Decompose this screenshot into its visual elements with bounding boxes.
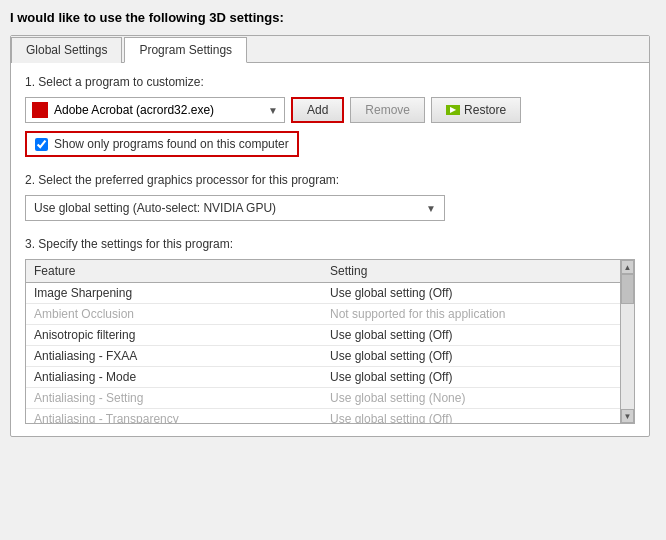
row-value: Use global setting (None) <box>330 391 626 405</box>
row-feature: Antialiasing - Setting <box>34 391 330 405</box>
remove-button[interactable]: Remove <box>350 97 425 123</box>
show-only-programs-row[interactable]: Show only programs found on this compute… <box>25 131 299 157</box>
add-button[interactable]: Add <box>291 97 344 123</box>
table-row[interactable]: Antialiasing - Transparency Use global s… <box>26 409 634 424</box>
header-feature: Feature <box>34 264 330 278</box>
table-row[interactable]: Antialiasing - Setting Use global settin… <box>26 388 634 409</box>
table-body: Image Sharpening Use global setting (Off… <box>26 283 634 424</box>
gpu-dropdown-arrow: ▼ <box>426 203 436 214</box>
row-value: Not supported for this application <box>330 307 626 321</box>
tab-global[interactable]: Global Settings <box>11 37 122 63</box>
settings-table: Feature Setting Image Sharpening Use glo… <box>25 259 635 424</box>
scrollbar-track[interactable] <box>621 274 634 409</box>
scrollbar[interactable]: ▲ ▼ <box>620 260 634 423</box>
restore-label: Restore <box>464 103 506 117</box>
program-dropdown-value: Adobe Acrobat (acrord32.exe) <box>54 103 264 117</box>
show-only-programs-checkbox[interactable] <box>35 138 48 151</box>
row-feature: Antialiasing - Transparency <box>34 412 330 424</box>
table-row[interactable]: Image Sharpening Use global setting (Off… <box>26 283 634 304</box>
show-only-programs-label: Show only programs found on this compute… <box>54 137 289 151</box>
table-row[interactable]: Antialiasing - FXAA Use global setting (… <box>26 346 634 367</box>
section2-label: 2. Select the preferred graphics process… <box>25 173 635 187</box>
gpu-section: 2. Select the preferred graphics process… <box>25 173 635 221</box>
tab-program[interactable]: Program Settings <box>124 37 247 63</box>
program-dropdown-arrow: ▼ <box>268 105 278 116</box>
header-setting: Setting <box>330 264 626 278</box>
restore-button[interactable]: ▶ Restore <box>431 97 521 123</box>
gpu-dropdown-value: Use global setting (Auto-select: NVIDIA … <box>34 201 276 215</box>
page-title: I would like to use the following 3D set… <box>10 10 650 25</box>
program-select-row: Adobe Acrobat (acrord32.exe) ▼ Add Remov… <box>25 97 635 123</box>
scrollbar-thumb[interactable] <box>621 274 634 304</box>
row-value: Use global setting (Off) <box>330 370 626 384</box>
scroll-up-button[interactable]: ▲ <box>621 260 634 274</box>
main-container: I would like to use the following 3D set… <box>10 10 650 437</box>
row-feature: Anisotropic filtering <box>34 328 330 342</box>
nvidia-icon: ▶ <box>446 105 460 115</box>
scroll-down-button[interactable]: ▼ <box>621 409 634 423</box>
row-feature: Antialiasing - FXAA <box>34 349 330 363</box>
table-row[interactable]: Antialiasing - Mode Use global setting (… <box>26 367 634 388</box>
row-feature: Image Sharpening <box>34 286 330 300</box>
tab-panel: Global Settings Program Settings 1. Sele… <box>10 35 650 437</box>
row-feature: Ambient Occlusion <box>34 307 330 321</box>
row-feature: Antialiasing - Mode <box>34 370 330 384</box>
section1-label: 1. Select a program to customize: <box>25 75 635 89</box>
table-row[interactable]: Anisotropic filtering Use global setting… <box>26 325 634 346</box>
row-value: Use global setting (Off) <box>330 349 626 363</box>
row-value: Use global setting (Off) <box>330 286 626 300</box>
tab-content-program: 1. Select a program to customize: Adobe … <box>11 63 649 436</box>
section3-label: 3. Specify the settings for this program… <box>25 237 635 251</box>
settings-table-section: 3. Specify the settings for this program… <box>25 237 635 424</box>
gpu-dropdown[interactable]: Use global setting (Auto-select: NVIDIA … <box>25 195 445 221</box>
table-row[interactable]: Ambient Occlusion Not supported for this… <box>26 304 634 325</box>
row-value: Use global setting (Off) <box>330 328 626 342</box>
row-value: Use global setting (Off) <box>330 412 626 424</box>
table-header: Feature Setting <box>26 260 634 283</box>
acrobat-icon <box>32 102 48 118</box>
program-dropdown[interactable]: Adobe Acrobat (acrord32.exe) ▼ <box>25 97 285 123</box>
tab-bar: Global Settings Program Settings <box>11 36 649 63</box>
